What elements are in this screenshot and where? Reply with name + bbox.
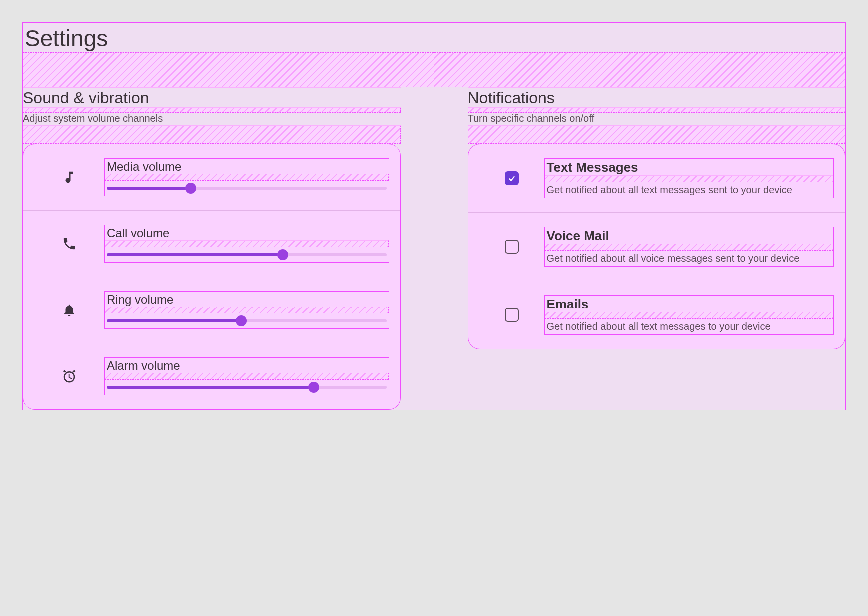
notification-title: Emails <box>545 296 834 312</box>
spacer <box>105 373 389 380</box>
checkbox-emails[interactable] <box>505 308 519 322</box>
notification-desc: Get notified about all text messages sen… <box>545 182 834 198</box>
sound-subtitle: Adjust system volume channels <box>23 113 401 126</box>
notifications-subtitle: Turn specific channels on/off <box>468 113 846 126</box>
volume-label: Media volume <box>105 159 389 174</box>
spacer <box>105 307 389 313</box>
spacer <box>468 126 846 144</box>
volume-row-call: Call volume <box>23 211 400 277</box>
spacer <box>468 108 846 113</box>
alarm-volume-slider[interactable] <box>105 380 389 395</box>
notification-title: Voice Mail <box>545 227 834 244</box>
volume-row-ring: Ring volume <box>23 277 400 343</box>
row-content: Call volume <box>104 225 389 263</box>
row-content: Emails Get notified about all text messa… <box>544 295 834 335</box>
notifications-section: Notifications Turn specific channels on/… <box>468 87 846 410</box>
checkbox-voice-mail[interactable] <box>505 240 519 254</box>
spacer <box>545 244 834 251</box>
row-content: Ring volume <box>104 291 389 329</box>
notification-desc: Get notified about all voice messages se… <box>545 251 834 266</box>
row-content: Voice Mail Get notified about all voice … <box>544 227 834 267</box>
spacer <box>23 126 401 144</box>
bell-icon <box>34 303 104 317</box>
row-content: Text Messages Get notified about all tex… <box>544 158 834 198</box>
volume-label: Call volume <box>105 225 389 240</box>
page-title: Settings <box>23 23 845 52</box>
notification-row-text[interactable]: Text Messages Get notified about all tex… <box>468 144 845 213</box>
notification-row-emails[interactable]: Emails Get notified about all text messa… <box>468 281 845 349</box>
settings-page: Settings Sound & vibration Adjust system… <box>22 22 846 410</box>
volume-label: Alarm volume <box>105 358 389 373</box>
call-volume-slider[interactable] <box>105 247 389 262</box>
alarm-icon <box>34 369 104 384</box>
row-content: Alarm volume <box>104 357 389 395</box>
spacer <box>23 108 401 113</box>
notifications-title: Notifications <box>468 87 846 108</box>
music-note-icon <box>34 170 104 185</box>
notification-desc: Get notified about all text messages to … <box>545 319 834 334</box>
volume-row-alarm: Alarm volume <box>23 343 400 409</box>
ring-volume-slider[interactable] <box>105 313 389 328</box>
checkbox-text-messages[interactable] <box>505 171 519 185</box>
sound-card: Media volume Call volume <box>23 144 401 410</box>
columns: Sound & vibration Adjust system volume c… <box>23 87 845 410</box>
spacer <box>545 312 834 319</box>
sound-section: Sound & vibration Adjust system volume c… <box>23 87 401 410</box>
volume-row-media: Media volume <box>23 144 400 211</box>
spacer <box>105 174 389 181</box>
notification-row-voicemail[interactable]: Voice Mail Get notified about all voice … <box>468 213 845 281</box>
row-content: Media volume <box>104 158 389 196</box>
sound-title: Sound & vibration <box>23 87 401 108</box>
volume-label: Ring volume <box>105 292 389 307</box>
spacer <box>23 52 845 87</box>
media-volume-slider[interactable] <box>105 181 389 196</box>
notifications-card: Text Messages Get notified about all tex… <box>468 144 846 349</box>
phone-icon <box>34 236 104 251</box>
notification-title: Text Messages <box>545 159 834 175</box>
spacer <box>105 240 389 247</box>
spacer <box>545 175 834 182</box>
